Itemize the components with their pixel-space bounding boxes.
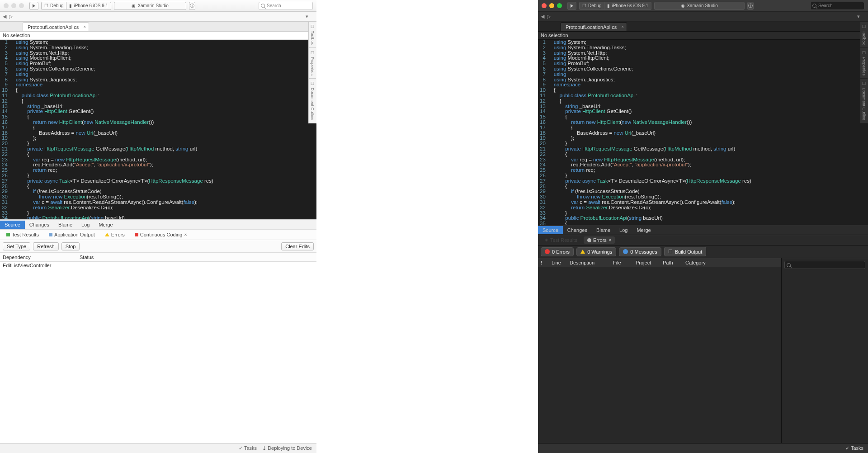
- col-status[interactable]: Status: [80, 255, 94, 260]
- search-input[interactable]: Search: [810, 2, 864, 10]
- code-editor-left[interactable]: 1 2 3 4 5 6 7 8 910111213141516171819202…: [0, 40, 316, 219]
- refresh-button[interactable]: Refresh: [33, 242, 59, 250]
- tab-log[interactable]: Log: [615, 226, 632, 234]
- close-icon[interactable]: ×: [609, 237, 611, 243]
- zoom-icon[interactable]: [19, 3, 24, 8]
- tab-merge[interactable]: Merge: [94, 221, 117, 229]
- tab-blame[interactable]: Blame: [592, 226, 615, 234]
- pad-test-results[interactable]: ✶ Test Results: [541, 236, 581, 244]
- tab-source[interactable]: Source: [0, 221, 25, 229]
- close-icon[interactable]: ×: [184, 232, 187, 237]
- nav-back-button[interactable]: ◀: [3, 14, 6, 19]
- zoom-icon[interactable]: [557, 3, 562, 8]
- errors-search[interactable]: [784, 261, 865, 269]
- config-selector[interactable]: ☐ Debug: [41, 2, 66, 10]
- close-icon[interactable]: [4, 3, 9, 8]
- editor-bottom-tabs: Source Changes Blame Log Merge: [0, 219, 316, 229]
- status-display: ◉ Xamarin Studio: [114, 2, 186, 10]
- line-gutter: 1 2 3 4 5 6 7 8 910111213141516171819202…: [0, 40, 10, 219]
- tab-changes[interactable]: Changes: [25, 221, 54, 229]
- notifications-button[interactable]: ⓘ: [747, 2, 754, 10]
- nav-menu-button[interactable]: ▾: [857, 14, 860, 19]
- errors-icon: [587, 238, 591, 242]
- tab-log[interactable]: Log: [77, 221, 94, 229]
- tasks-button[interactable]: ✓ Tasks: [845, 445, 863, 451]
- notifications-button[interactable]: ⓘ: [189, 2, 195, 10]
- warnings-count[interactable]: 0 Warnings: [576, 247, 616, 256]
- tasks-button[interactable]: ✓ Tasks: [239, 445, 257, 451]
- pad-app-output[interactable]: Application Output: [45, 231, 99, 238]
- pad-errors[interactable]: Errors: [101, 231, 128, 238]
- stop-button[interactable]: Stop: [61, 242, 80, 250]
- run-button[interactable]: [567, 2, 576, 10]
- file-tab[interactable]: ProtobufLocationApi.cs×: [23, 22, 89, 31]
- tab-blame[interactable]: Blame: [54, 221, 77, 229]
- minimize-icon[interactable]: [549, 3, 554, 8]
- list-item[interactable]: EditListViewController: [3, 263, 314, 268]
- cc-list[interactable]: EditListViewController: [0, 262, 316, 443]
- errors-detail: [781, 258, 868, 443]
- close-tab-icon[interactable]: ×: [83, 24, 86, 29]
- nav-row: ◀ ▷ ▾: [0, 12, 316, 22]
- pad-toolbox[interactable]: ☐ Toolbox: [860, 22, 868, 48]
- pad-toolbox[interactable]: ☐ Toolbox: [309, 22, 316, 48]
- pad-continuous-coding[interactable]: Continuous Coding ×: [131, 231, 191, 238]
- errors-toolbar: 0 Errors 0 Warnings 0 Messages ☐ Build O…: [538, 245, 868, 258]
- settype-button[interactable]: Set Type: [3, 242, 30, 250]
- build-output-button[interactable]: ☐ Build Output: [664, 247, 707, 256]
- play-icon: [571, 4, 573, 8]
- pads-row: Test Results Application Output Errors C…: [0, 229, 316, 240]
- col-file[interactable]: File: [613, 260, 636, 265]
- side-pads: ☐ Toolbox ☐ Properties ☐ Document Outlin…: [308, 22, 316, 123]
- device-selector[interactable]: ▮ iPhone 6s iOS 9.1: [604, 2, 651, 10]
- nav-menu-button[interactable]: ▾: [306, 14, 308, 19]
- line-gutter: 1 2 3 4 5 6 7 8 910111213141516171819202…: [538, 40, 548, 225]
- nav-back-button[interactable]: ◀: [541, 14, 544, 19]
- errors-headers: ! Line Description File Project Path Cat…: [538, 258, 781, 267]
- minimize-icon[interactable]: [11, 3, 16, 8]
- device-selector[interactable]: ▮ iPhone 6 iOS 9.1: [66, 2, 111, 10]
- run-button[interactable]: [29, 2, 38, 10]
- nav-fwd-button[interactable]: ▷: [547, 14, 551, 19]
- col-line[interactable]: Line: [552, 260, 570, 265]
- col-category[interactable]: Category: [685, 260, 706, 265]
- editor-bottom-tabs: Source Changes Blame Log Merge: [538, 225, 868, 235]
- nav-fwd-button[interactable]: ▷: [9, 14, 13, 19]
- tab-changes[interactable]: Changes: [563, 226, 592, 234]
- col-dependency[interactable]: Dependency: [3, 255, 80, 260]
- col-description[interactable]: Description: [570, 260, 613, 265]
- errors-list[interactable]: [538, 267, 781, 269]
- pad-properties[interactable]: ☐ Properties: [860, 48, 868, 79]
- search-input[interactable]: Search: [259, 2, 313, 10]
- code-area[interactable]: using System;using System.Threading.Task…: [10, 40, 316, 219]
- code-area[interactable]: using System;using System.Threading.Task…: [548, 40, 868, 225]
- pad-errors[interactable]: Errors ×: [584, 236, 615, 244]
- cc-toolbar: Set Type Refresh Stop Clear Edits: [0, 240, 316, 253]
- col-project[interactable]: Project: [636, 260, 663, 265]
- close-icon[interactable]: [542, 3, 547, 8]
- pad-document-outline[interactable]: ☐ Document Outline: [309, 79, 316, 123]
- tab-merge[interactable]: Merge: [632, 226, 655, 234]
- col-bang[interactable]: !: [541, 260, 552, 265]
- col-path[interactable]: Path: [663, 260, 685, 265]
- search-icon: [812, 4, 816, 8]
- file-tab[interactable]: ProtobufLocationApi.cs×: [561, 22, 627, 31]
- search-icon: [261, 4, 265, 8]
- pad-document-outline[interactable]: ☐ Document Outline: [860, 79, 868, 123]
- cc-headers: Dependency Status: [0, 253, 316, 262]
- code-editor-right[interactable]: 1 2 3 4 5 6 7 8 910111213141516171819202…: [538, 40, 868, 225]
- errors-count[interactable]: 0 Errors: [541, 247, 574, 256]
- side-pads: ☐ Toolbox ☐ Properties ☐ Document Outlin…: [860, 22, 868, 123]
- pad-properties[interactable]: ☐ Properties: [309, 48, 316, 79]
- breadcrumb[interactable]: No selection: [538, 32, 868, 40]
- pad-test-results[interactable]: Test Results: [3, 231, 42, 238]
- deploy-status[interactable]: ⤓ Deploying to Device: [262, 445, 312, 451]
- close-tab-icon[interactable]: ×: [621, 24, 624, 29]
- config-selector[interactable]: ☐ Debug: [579, 2, 604, 10]
- messages-count[interactable]: 0 Messages: [619, 247, 661, 256]
- tab-source[interactable]: Source: [538, 226, 563, 234]
- file-tabs: ProtobufLocationApi.cs×: [538, 22, 868, 32]
- breadcrumb[interactable]: No selection: [0, 32, 316, 40]
- clear-edits-button[interactable]: Clear Edits: [281, 242, 314, 250]
- titlebar-right: ☐ Debug ▮ iPhone 6s iOS 9.1 ◉ Xamarin St…: [538, 0, 868, 12]
